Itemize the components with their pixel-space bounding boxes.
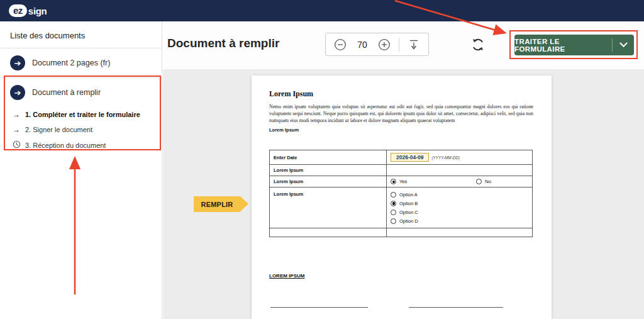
radio-label: Option A xyxy=(399,192,418,198)
page-title: Document à remplir xyxy=(167,36,279,50)
documents-sidebar: Liste des documents ➔ Document 2 pages (… xyxy=(0,21,162,319)
radio-label: Option C xyxy=(399,210,418,215)
radio-option-yes[interactable]: Yes xyxy=(391,179,407,184)
radio-icon[interactable] xyxy=(391,218,396,224)
table-row: Lorem Ipsum Option A Option B xyxy=(270,187,533,228)
step-complete-form[interactable]: → 1. Compléter et traiter le formulaire xyxy=(13,107,155,122)
sidebar-item-document-2-pages[interactable]: ➔ Document 2 pages (fr) xyxy=(0,48,162,78)
signature-line xyxy=(409,307,503,308)
form-table: Enter Date 2026-04-09(YYYY-MM-DD) Lorem … xyxy=(269,150,533,237)
document-footer-label: LOREM IPSUM xyxy=(269,273,304,279)
field-label: Enter Date xyxy=(270,150,387,165)
sidebar-item-label: Document 2 pages (fr) xyxy=(32,59,110,67)
chevron-down-icon xyxy=(619,39,628,47)
table-row: Lorem Ipsum xyxy=(270,165,533,176)
radio-icon[interactable] xyxy=(391,192,396,198)
radio-option-a[interactable]: Option A xyxy=(391,190,528,199)
field-label: Lorem Ipsum xyxy=(270,187,387,228)
workflow-steps: → 1. Compléter et traiter le formulaire … xyxy=(0,107,162,160)
dropdown-toggle[interactable] xyxy=(613,35,634,55)
radio-option-b[interactable]: Option B xyxy=(391,199,528,208)
options-cell: Option A Option B Option C Option D xyxy=(387,187,533,228)
radio-option-no[interactable]: No xyxy=(476,179,491,184)
radio-icon[interactable] xyxy=(476,179,482,184)
radio-label: Option D xyxy=(399,218,418,224)
zoom-controls: 70 xyxy=(325,33,429,56)
radio-icon[interactable] xyxy=(391,210,396,215)
step-label: 3. Réception du document xyxy=(25,142,106,149)
top-navbar: ez sign xyxy=(0,0,644,21)
document-heading: Lorem Ipsum xyxy=(269,89,313,99)
fit-to-height-button[interactable] xyxy=(408,38,420,51)
sidebar-title: Liste des documents xyxy=(0,21,162,48)
toolbar-divider xyxy=(399,38,399,52)
empty-input-cell[interactable] xyxy=(387,228,533,237)
document-preview-page: Lorem Ipsum Nemo enim ipsam voluptatem q… xyxy=(252,76,552,319)
step-sign-document[interactable]: → 2. Signer le document xyxy=(13,122,155,137)
logo-sign-text: sign xyxy=(28,6,47,16)
date-format-hint: (YYYY-MM-DD) xyxy=(431,155,459,160)
radio-label: Option B xyxy=(399,201,418,206)
step-label: 2. Signer le document xyxy=(25,126,92,133)
radio-option-d[interactable]: Option D xyxy=(391,216,528,225)
table-row: Lorem Ipsum Yes No xyxy=(270,176,533,187)
radio-option-c[interactable]: Option C xyxy=(391,208,528,216)
table-row: Enter Date 2026-04-09(YYYY-MM-DD) xyxy=(270,150,533,165)
step-reception-document[interactable]: 3. Réception du document xyxy=(13,137,155,154)
clock-icon xyxy=(13,140,21,150)
empty-label-cell xyxy=(270,228,387,237)
yes-no-cell: Yes No xyxy=(387,176,533,187)
arrow-circle-icon: ➔ xyxy=(10,85,25,100)
sidebar-item-document-a-remplir[interactable]: ➔ Document à remplir xyxy=(0,78,162,107)
remplir-callout-tag: REMPLIR xyxy=(194,196,240,212)
sidebar-item-label: Document à remplir xyxy=(32,88,101,97)
process-form-label: TRAITER LE FORMULAIRE xyxy=(514,35,612,55)
arrow-circle-icon: ➔ xyxy=(10,55,25,70)
zoom-out-button[interactable] xyxy=(334,38,347,51)
signature-line xyxy=(270,307,368,308)
ezsign-logo[interactable]: ez sign xyxy=(9,4,47,17)
arrow-right-icon: → xyxy=(13,125,21,134)
document-paragraph: Nemo enim ipsam voluptatem quia voluptas… xyxy=(269,103,533,124)
radio-label: Yes xyxy=(399,179,407,184)
date-cell: 2026-04-09(YYYY-MM-DD) xyxy=(387,150,533,165)
process-form-button[interactable]: TRAITER LE FORMULAIRE xyxy=(514,35,634,55)
table-row xyxy=(270,228,533,237)
arrow-right-icon: → xyxy=(13,110,21,119)
radio-icon[interactable] xyxy=(391,201,396,206)
refresh-button[interactable] xyxy=(470,37,486,52)
app-root: ez sign Liste des documents ➔ Document 2… xyxy=(0,0,644,319)
logo-ez-badge: ez xyxy=(9,4,27,17)
field-label: Lorem Ipsum xyxy=(270,165,387,176)
date-input[interactable]: 2026-04-09 xyxy=(391,153,429,162)
radio-label: No xyxy=(485,179,491,184)
zoom-level-value: 70 xyxy=(355,40,370,50)
step-label: 1. Compléter et traiter le formulaire xyxy=(25,111,140,118)
document-section-label: Lorem Ipsum xyxy=(269,127,299,133)
field-label: Lorem Ipsum xyxy=(270,176,387,187)
empty-input-cell[interactable] xyxy=(387,165,533,176)
radio-icon[interactable] xyxy=(391,179,396,184)
zoom-in-button[interactable] xyxy=(378,38,391,51)
